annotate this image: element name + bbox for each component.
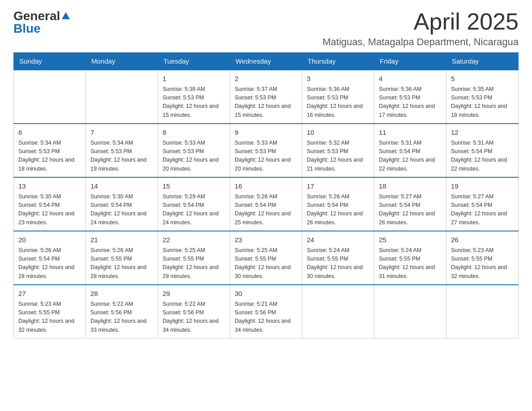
col-wednesday: Wednesday [230,53,302,70]
day-number: 30 [235,289,297,299]
col-tuesday: Tuesday [158,53,230,70]
calendar-cell-w5-d4 [302,285,374,338]
calendar-table: Sunday Monday Tuesday Wednesday Thursday… [13,52,519,338]
day-number: 4 [379,74,442,84]
day-number: 14 [90,181,153,192]
calendar-cell-w5-d1: 28Sunrise: 5:22 AM Sunset: 5:56 PM Dayli… [86,285,158,338]
day-info: Sunrise: 5:33 AM Sunset: 5:53 PM Dayligh… [235,139,297,174]
day-number: 6 [18,128,81,138]
calendar-cell-w2-d4: 10Sunrise: 5:32 AM Sunset: 5:53 PM Dayli… [302,124,374,177]
logo-triangle-icon [61,11,71,21]
day-info: Sunrise: 5:30 AM Sunset: 5:54 PM Dayligh… [18,193,81,227]
day-number: 2 [235,74,297,84]
day-number: 24 [307,235,369,245]
calendar-cell-w1-d6: 5Sunrise: 5:35 AM Sunset: 5:53 PM Daylig… [446,70,519,124]
day-info: Sunrise: 5:26 AM Sunset: 5:54 PM Dayligh… [18,246,81,281]
day-info: Sunrise: 5:22 AM Sunset: 5:56 PM Dayligh… [90,300,153,335]
day-number: 23 [235,235,297,245]
day-number: 7 [90,128,153,138]
calendar-cell-w3-d5: 18Sunrise: 5:27 AM Sunset: 5:54 PM Dayli… [374,177,446,231]
calendar-week-4: 20Sunrise: 5:26 AM Sunset: 5:54 PM Dayli… [14,231,519,285]
calendar-cell-w3-d0: 13Sunrise: 5:30 AM Sunset: 5:54 PM Dayli… [14,177,86,231]
day-info: Sunrise: 5:24 AM Sunset: 5:55 PM Dayligh… [379,246,442,281]
calendar-cell-w2-d2: 8Sunrise: 5:33 AM Sunset: 5:53 PM Daylig… [158,124,230,177]
logo-blue-text: Blue [13,21,41,35]
calendar-cell-w5-d0: 27Sunrise: 5:23 AM Sunset: 5:55 PM Dayli… [14,285,86,338]
day-info: Sunrise: 5:32 AM Sunset: 5:53 PM Dayligh… [307,139,369,174]
day-number: 28 [90,289,153,299]
day-number: 16 [235,181,297,192]
col-friday: Friday [374,53,446,70]
day-info: Sunrise: 5:23 AM Sunset: 5:55 PM Dayligh… [451,246,514,281]
day-number: 12 [451,128,514,138]
day-number: 20 [18,235,81,245]
day-info: Sunrise: 5:36 AM Sunset: 5:53 PM Dayligh… [307,85,369,120]
calendar-cell-w5-d3: 30Sunrise: 5:21 AM Sunset: 5:56 PM Dayli… [230,285,302,338]
day-info: Sunrise: 5:25 AM Sunset: 5:55 PM Dayligh… [235,246,297,281]
day-info: Sunrise: 5:34 AM Sunset: 5:53 PM Dayligh… [90,139,153,174]
day-number: 17 [307,181,369,192]
day-number: 21 [90,235,153,245]
calendar-cell-w5-d6 [446,285,519,338]
day-number: 10 [307,128,369,138]
calendar-week-2: 6Sunrise: 5:34 AM Sunset: 5:53 PM Daylig… [14,124,519,177]
day-info: Sunrise: 5:27 AM Sunset: 5:54 PM Dayligh… [451,193,514,227]
day-info: Sunrise: 5:22 AM Sunset: 5:56 PM Dayligh… [163,300,225,335]
day-info: Sunrise: 5:35 AM Sunset: 5:53 PM Dayligh… [451,85,514,120]
col-monday: Monday [86,53,158,70]
day-info: Sunrise: 5:27 AM Sunset: 5:54 PM Dayligh… [379,193,442,227]
day-info: Sunrise: 5:26 AM Sunset: 5:55 PM Dayligh… [90,246,153,281]
day-info: Sunrise: 5:31 AM Sunset: 5:54 PM Dayligh… [451,139,514,174]
calendar-cell-w2-d6: 12Sunrise: 5:31 AM Sunset: 5:54 PM Dayli… [446,124,519,177]
calendar-cell-w2-d5: 11Sunrise: 5:31 AM Sunset: 5:54 PM Dayli… [374,124,446,177]
month-title: April 2025 [322,9,519,34]
calendar-cell-w4-d3: 23Sunrise: 5:25 AM Sunset: 5:55 PM Dayli… [230,231,302,285]
calendar-week-1: 1Sunrise: 5:38 AM Sunset: 5:53 PM Daylig… [14,70,519,124]
day-info: Sunrise: 5:34 AM Sunset: 5:53 PM Dayligh… [18,139,81,174]
day-info: Sunrise: 5:36 AM Sunset: 5:53 PM Dayligh… [379,85,442,120]
calendar-cell-w1-d0 [14,70,86,124]
day-info: Sunrise: 5:29 AM Sunset: 5:54 PM Dayligh… [163,193,225,227]
calendar-cell-w1-d2: 1Sunrise: 5:38 AM Sunset: 5:53 PM Daylig… [158,70,230,124]
day-number: 19 [451,181,514,192]
day-info: Sunrise: 5:25 AM Sunset: 5:55 PM Dayligh… [163,246,225,281]
day-info: Sunrise: 5:21 AM Sunset: 5:56 PM Dayligh… [235,300,297,335]
calendar-cell-w3-d1: 14Sunrise: 5:30 AM Sunset: 5:54 PM Dayli… [86,177,158,231]
day-number: 8 [163,128,225,138]
day-number: 27 [18,289,81,299]
day-info: Sunrise: 5:30 AM Sunset: 5:54 PM Dayligh… [90,193,153,227]
calendar-cell-w4-d1: 21Sunrise: 5:26 AM Sunset: 5:55 PM Dayli… [86,231,158,285]
calendar-cell-w4-d2: 22Sunrise: 5:25 AM Sunset: 5:55 PM Dayli… [158,231,230,285]
day-info: Sunrise: 5:28 AM Sunset: 5:54 PM Dayligh… [235,193,297,227]
day-info: Sunrise: 5:31 AM Sunset: 5:54 PM Dayligh… [379,139,442,174]
day-number: 29 [163,289,225,299]
day-number: 22 [163,235,225,245]
day-number: 13 [18,181,81,192]
day-info: Sunrise: 5:33 AM Sunset: 5:53 PM Dayligh… [163,139,225,174]
col-saturday: Saturday [446,53,519,70]
day-info: Sunrise: 5:28 AM Sunset: 5:54 PM Dayligh… [307,193,369,227]
logo: General Blue [13,9,72,36]
calendar-cell-w4-d6: 26Sunrise: 5:23 AM Sunset: 5:55 PM Dayli… [446,231,519,285]
calendar-cell-w2-d0: 6Sunrise: 5:34 AM Sunset: 5:53 PM Daylig… [14,124,86,177]
calendar-cell-w4-d0: 20Sunrise: 5:26 AM Sunset: 5:54 PM Dayli… [14,231,86,285]
calendar-week-3: 13Sunrise: 5:30 AM Sunset: 5:54 PM Dayli… [14,177,519,231]
title-area: April 2025 Matiguas, Matagalpa Departmen… [322,9,519,48]
svg-marker-0 [62,12,70,19]
calendar-cell-w3-d3: 16Sunrise: 5:28 AM Sunset: 5:54 PM Dayli… [230,177,302,231]
day-number: 15 [163,181,225,192]
calendar-cell-w2-d1: 7Sunrise: 5:34 AM Sunset: 5:53 PM Daylig… [86,124,158,177]
calendar-cell-w1-d3: 2Sunrise: 5:37 AM Sunset: 5:53 PM Daylig… [230,70,302,124]
calendar-cell-w3-d6: 19Sunrise: 5:27 AM Sunset: 5:54 PM Dayli… [446,177,519,231]
day-number: 25 [379,235,442,245]
day-info: Sunrise: 5:24 AM Sunset: 5:55 PM Dayligh… [307,246,369,281]
day-number: 11 [379,128,442,138]
day-info: Sunrise: 5:38 AM Sunset: 5:53 PM Dayligh… [163,85,225,120]
calendar-cell-w2-d3: 9Sunrise: 5:33 AM Sunset: 5:53 PM Daylig… [230,124,302,177]
calendar-cell-w4-d5: 25Sunrise: 5:24 AM Sunset: 5:55 PM Dayli… [374,231,446,285]
col-thursday: Thursday [302,53,374,70]
col-sunday: Sunday [14,53,86,70]
day-number: 1 [163,74,225,84]
calendar-cell-w1-d4: 3Sunrise: 5:36 AM Sunset: 5:53 PM Daylig… [302,70,374,124]
calendar-cell-w5-d5 [374,285,446,338]
